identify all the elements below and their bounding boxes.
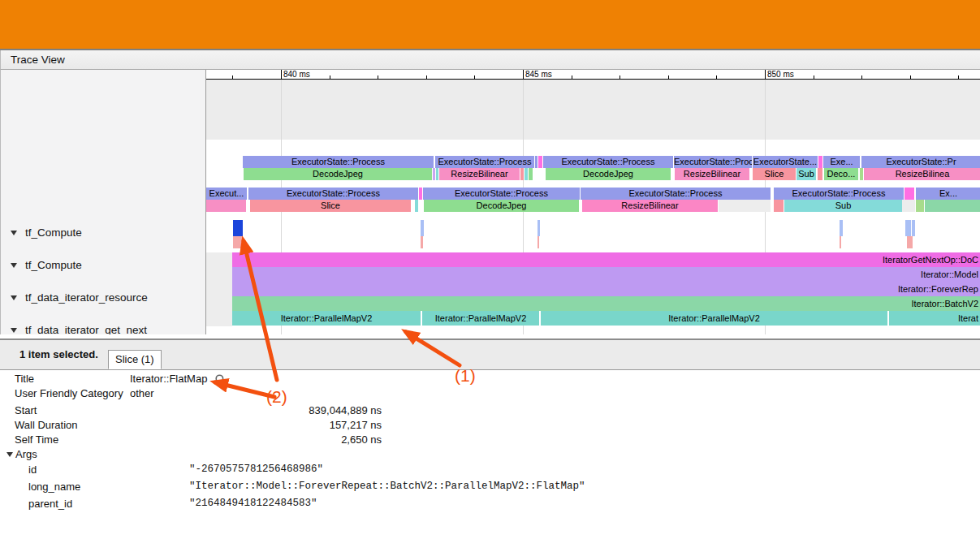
ruler-minor-tick <box>716 75 717 79</box>
arg-key: parent_id <box>28 498 72 510</box>
trace-slice[interactable]: Exe... <box>823 156 860 168</box>
trace-slice-unlabeled[interactable] <box>905 220 911 236</box>
trace-slice-unlabeled[interactable] <box>719 200 771 212</box>
collapse-triangle-icon[interactable] <box>11 231 17 235</box>
trace-slice[interactable]: Execut... <box>206 188 247 200</box>
trace-slice[interactable]: ResizeBilinear <box>675 168 749 180</box>
field-value: other <box>130 387 154 399</box>
trace-slice-unlabeled[interactable] <box>436 168 438 180</box>
trace-slice[interactable]: Sub <box>784 200 902 212</box>
trace-slice[interactable]: ExecutorState::Process <box>435 156 534 168</box>
trace-slice[interactable]: Slice <box>753 168 796 180</box>
trace-slice[interactable]: ExecutorState::Process <box>581 188 771 200</box>
trace-slice[interactable]: ExecutorState::Process <box>674 156 752 168</box>
tab-slice[interactable]: Slice (1) <box>108 350 162 369</box>
analysis-tabstrip: 1 item selected. Slice (1) <box>0 340 980 370</box>
trace-slice-unlabeled[interactable] <box>916 200 924 212</box>
trace-slice-unlabeled[interactable] <box>902 200 915 212</box>
collapse-triangle-icon[interactable] <box>6 452 13 457</box>
trace-slice-unlabeled[interactable] <box>525 168 528 180</box>
field-label: Title <box>15 373 34 385</box>
trace-slice-unlabeled[interactable] <box>520 168 524 180</box>
trace-slice[interactable]: DecodeJpeg <box>546 168 671 180</box>
search-icon[interactable] <box>214 373 227 386</box>
trace-slice[interactable]: ExecutorState::Process <box>543 156 673 168</box>
collapse-triangle-icon[interactable] <box>11 263 17 268</box>
trace-slice-unlabeled[interactable] <box>907 236 913 248</box>
timeline-ruler[interactable]: 840 ms845 ms850 ms <box>206 70 980 80</box>
ruler-tick-label: 840 ms <box>283 70 310 79</box>
field-value: 2,650 ns <box>130 433 382 446</box>
trace-slice-unlabeled[interactable] <box>421 220 424 236</box>
trace-slice[interactable]: ResizeBilinear <box>582 200 718 212</box>
trace-slice-unlabeled[interactable] <box>537 236 539 248</box>
trace-slice[interactable]: Ex... <box>916 188 980 200</box>
track-header-tf-data-iterator-resource[interactable]: tf_data_iterator_resource <box>1 291 204 305</box>
trace-slice-unlabeled[interactable] <box>206 252 232 326</box>
trace-slice[interactable]: Iterator::Model <box>232 267 980 282</box>
track-header-tf-compute-1[interactable]: tf_Compute <box>1 226 204 240</box>
ruler-minor-tick <box>958 75 959 79</box>
trace-slice[interactable]: Deco... <box>824 168 858 180</box>
track-label: tf_Compute <box>25 259 82 271</box>
trace-slice-unlabeled[interactable] <box>840 236 841 248</box>
ruler-minor-tick <box>668 75 669 79</box>
trace-slice[interactable]: ExecutorState... <box>753 156 818 168</box>
ruler-major-tick <box>765 70 766 79</box>
trace-slice[interactable]: DecodeJpeg <box>424 200 579 212</box>
trace-slice[interactable]: Iterat <box>889 311 980 326</box>
trace-slice-unlabeled[interactable] <box>415 200 418 212</box>
trace-slice[interactable]: ExecutorState::Process <box>423 188 580 200</box>
trace-slice[interactable]: Slice <box>250 200 411 212</box>
ruler-tick-label: 850 ms <box>767 70 794 79</box>
field-value: 839,044,889 ns <box>130 404 382 416</box>
trace-slice-unlabeled[interactable] <box>860 168 863 180</box>
trace-slice-unlabeled[interactable] <box>421 236 423 248</box>
trace-slice[interactable]: ExecutorState::Process <box>243 156 434 168</box>
trace-slice[interactable]: ResizeBilinea <box>864 168 980 180</box>
trace-slice-unlabeled[interactable] <box>419 188 422 200</box>
trace-slice[interactable]: ExecutorState::Process <box>248 188 418 200</box>
trace-slice-unlabeled[interactable] <box>912 220 915 236</box>
trace-slice-unlabeled[interactable] <box>206 200 246 212</box>
trace-slice[interactable]: Iterator::ParallelMapV2 <box>232 311 421 326</box>
ruler-minor-tick <box>620 75 620 79</box>
collapse-triangle-icon[interactable] <box>11 328 17 333</box>
trace-slice-unlabeled[interactable] <box>529 168 533 180</box>
trace-slice-unlabeled[interactable] <box>538 156 542 168</box>
field-label: Start <box>15 404 37 416</box>
ruler-minor-tick <box>861 75 862 79</box>
trace-slice[interactable]: ExecutorState::Pr <box>861 156 980 168</box>
trace-slice-unlabeled[interactable] <box>433 168 435 180</box>
slice-details: Title Iterator::FlatMap User Friendly Ca… <box>0 370 980 539</box>
trace-slice-unlabeled[interactable] <box>840 220 843 236</box>
trace-slice-unlabeled[interactable] <box>818 156 822 168</box>
collapse-triangle-icon[interactable] <box>11 295 17 300</box>
trace-slice-unlabeled[interactable] <box>774 200 784 212</box>
trace-slice[interactable]: Iterator::ParallelMapV2 <box>541 311 887 326</box>
trace-slice-unlabeled[interactable] <box>818 168 822 180</box>
arg-key: id <box>28 464 37 476</box>
trace-slice[interactable]: ResizeBilinear <box>439 168 520 180</box>
trace-slice-unlabeled[interactable] <box>925 200 980 212</box>
trace-slice[interactable]: Sub <box>797 168 816 180</box>
field-label: Self Time <box>15 433 58 446</box>
trace-slice[interactable]: Iterator::BatchV2 <box>232 296 980 311</box>
track-header-tf-compute-2[interactable]: tf_Compute <box>1 258 204 273</box>
trace-slice-unlabeled[interactable] <box>233 236 243 248</box>
timeline-canvas[interactable]: 840 ms845 ms850 ms ExecutorState::Proces… <box>206 70 980 334</box>
trace-slice-unlabeled[interactable] <box>904 188 914 200</box>
trace-slice[interactable]: ExecutorState::Process <box>774 188 904 200</box>
trace-slice[interactable]: Iterator::ForeverRep <box>232 282 980 296</box>
track-label: tf_Compute <box>25 226 82 239</box>
trace-slice-unlabeled[interactable] <box>535 156 537 168</box>
trace-slice-unlabeled[interactable] <box>537 220 540 236</box>
arg-value: "Iterator::Model::ForeverRepeat::BatchV2… <box>189 481 585 492</box>
ruler-minor-tick <box>232 75 233 79</box>
ruler-minor-tick <box>330 75 330 79</box>
trace-slice-unlabeled[interactable] <box>233 220 243 236</box>
trace-slice[interactable]: DecodeJpeg <box>244 168 432 180</box>
field-value: Iterator::FlatMap <box>130 373 207 385</box>
trace-slice[interactable]: Iterator::ParallelMapV2 <box>422 311 539 326</box>
trace-slice[interactable]: IteratorGetNextOp::DoC <box>232 252 980 267</box>
